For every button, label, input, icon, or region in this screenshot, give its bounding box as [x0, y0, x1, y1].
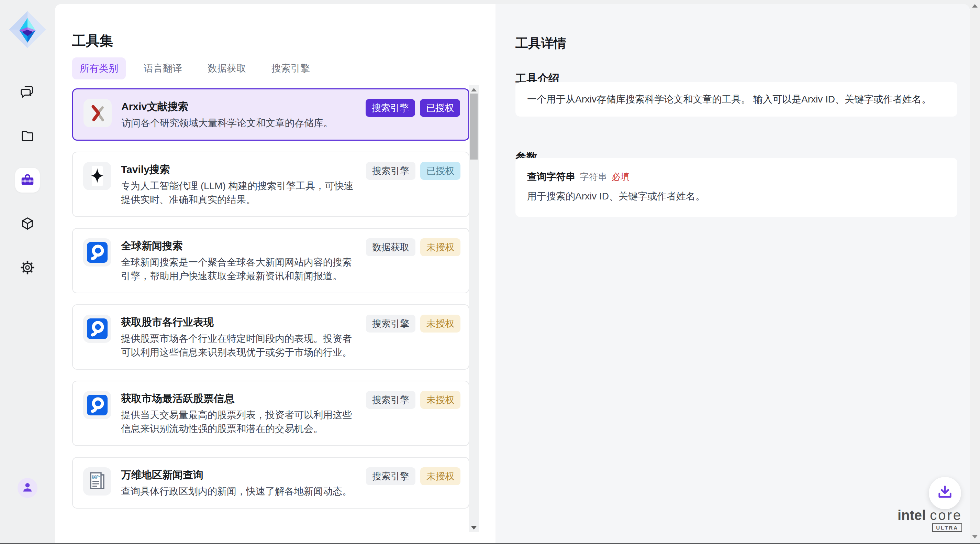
- category-badge: 搜索引擎: [366, 315, 415, 332]
- sidebar-item-tools[interactable]: [15, 168, 40, 193]
- tool-card-title: Tavily搜索: [121, 162, 360, 177]
- tool-card-title: 获取股市各行业表现: [121, 315, 360, 330]
- tool-card[interactable]: Tavily搜索专为人工智能代理 (LLM) 构建的搜索引擎工具，可快速提供实时…: [72, 152, 469, 217]
- details-title: 工具详情: [515, 35, 566, 52]
- scroll-up-arrow-icon[interactable]: [471, 88, 477, 91]
- svg-text:NEW: NEW: [92, 477, 98, 479]
- category-badge: 数据获取: [366, 238, 415, 256]
- scroll-down-arrow-icon[interactable]: [471, 526, 477, 530]
- sidebar-item-models[interactable]: [15, 212, 40, 236]
- tool-list-scrollbar[interactable]: [469, 85, 479, 532]
- tool-card-title: 获取市场最活跃股票信息: [121, 391, 360, 406]
- panel-toggle-button[interactable]: [19, 508, 35, 524]
- category-tabs: 所有类别语言翻译数据获取搜索引擎: [72, 57, 318, 80]
- category-badge: 搜索引擎: [366, 162, 415, 180]
- tavily-tool-icon: [83, 162, 111, 190]
- tool-card-description: 提供当天交易量最高的股票列表，投资者可以利用这些信息来识别流动性强的股票和潜在的…: [121, 408, 360, 436]
- page-scroll-down-arrow-icon[interactable]: [972, 535, 978, 539]
- category-badge: 搜索引擎: [366, 391, 415, 409]
- tool-card-description: 提供股票市场各个行业在特定时间段内的表现。投资者可以利用这些信息来识别表现优于或…: [121, 332, 360, 359]
- chat-icon: [19, 83, 35, 101]
- cube-icon: [19, 215, 35, 233]
- tool-list-title: 工具集: [72, 31, 113, 50]
- tool-details-panel: 工具详情 工具介绍 一个用于从Arxiv存储库搜索科学论文和文章的工具。 输入可…: [495, 4, 970, 544]
- tool-card-description: 查询具体行政区划内的新闻，快速了解各地新闻动态。: [121, 485, 352, 498]
- user-avatar[interactable]: [18, 478, 37, 498]
- category-badge: 搜索引擎: [366, 99, 415, 117]
- param-type: 字符串: [580, 171, 607, 183]
- arxiv-tool-icon: [83, 99, 112, 127]
- tool-card-title: Arxiv文献搜索: [121, 99, 333, 114]
- person-icon: [21, 480, 34, 496]
- auth-status-badge: 已授权: [420, 162, 460, 180]
- tool-card[interactable]: 获取市场最活跃股票信息提供当天交易量最高的股票列表，投资者可以利用这些信息来识别…: [72, 381, 469, 446]
- tool-card[interactable]: Arxiv文献搜索访问各个研究领域大量科学论文和文章的存储库。搜索引擎已授权: [72, 88, 469, 140]
- param-name: 查询字符串: [527, 170, 575, 183]
- tool-cards-viewport: Arxiv文献搜索访问各个研究领域大量科学论文和文章的存储库。搜索引擎已授权 T…: [55, 85, 488, 525]
- app-root: { "colors": { "accent_purple": "#5b2fd8"…: [0, 0, 980, 544]
- tool-card-description: 专为人工智能代理 (LLM) 构建的搜索引擎工具，可快速提供实时、准确和真实的结…: [121, 179, 360, 207]
- gear-icon: [19, 260, 35, 277]
- auth-status-badge: 未授权: [420, 467, 460, 485]
- sidebar-item-chat[interactable]: [15, 80, 40, 105]
- tab-数据获取[interactable]: 数据获取: [200, 57, 254, 80]
- tool-card-description: 全球新闻搜索是一个聚合全球各大新闻网站内容的搜索引擎，帮助用户快速获取全球最新资…: [121, 255, 360, 283]
- tool-card-title: 全球新闻搜索: [121, 238, 360, 254]
- news-tool-icon: LOCAL NEW: [83, 467, 111, 496]
- auth-status-badge: 未授权: [420, 238, 460, 256]
- tab-所有类别[interactable]: 所有类别: [72, 57, 126, 80]
- rail-nav: [15, 80, 40, 281]
- download-button[interactable]: [929, 477, 961, 509]
- auth-status-badge: 未授权: [420, 391, 460, 409]
- intro-card: 一个用于从Arxiv存储库搜索科学论文和文章的工具。 输入可以是Arxiv ID…: [515, 82, 957, 116]
- tool-card[interactable]: 全球新闻搜索全球新闻搜索是一个聚合全球各大新闻网站内容的搜索引擎，帮助用户快速获…: [72, 228, 469, 294]
- tool-card[interactable]: 获取股市各行业表现提供股票市场各个行业在特定时间段内的表现。投资者可以利用这些信…: [72, 304, 469, 370]
- ultra-badge: ULTRA: [932, 523, 962, 532]
- blueq-tool-icon: [83, 315, 111, 343]
- left-rail: [0, 0, 55, 544]
- tool-card-title: 万维地区新闻查询: [121, 467, 352, 482]
- param-header-row: 查询字符串 字符串 必填: [527, 170, 946, 183]
- core-logo-text: core: [930, 507, 962, 523]
- intel-core-badge: intelcore ULTRA: [897, 508, 962, 532]
- intel-logo-text: intel: [897, 507, 926, 523]
- tool-card-description: 访问各个研究领域大量科学论文和文章的存储库。: [121, 116, 333, 130]
- tool-list-panel: 工具集 所有类别语言翻译数据获取搜索引擎 Arxiv文献搜索访问各个研究领域大量…: [55, 4, 495, 544]
- tool-cards-list: Arxiv文献搜索访问各个研究领域大量科学论文和文章的存储库。搜索引擎已授权 T…: [72, 85, 469, 509]
- sidebar-item-settings[interactable]: [15, 256, 40, 281]
- tool-card[interactable]: LOCAL NEW 万维地区新闻查询查询具体行政区划内的新闻，快速了解各地新闻动…: [72, 457, 469, 509]
- sidebar-item-files[interactable]: [15, 124, 40, 148]
- tab-搜索引擎[interactable]: 搜索引擎: [264, 57, 318, 80]
- tab-语言翻译[interactable]: 语言翻译: [136, 57, 190, 80]
- blueq-tool-icon: [83, 391, 111, 419]
- download-icon: [936, 483, 954, 503]
- param-description: 用于搜索的Arxiv ID、关键字或作者姓名。: [527, 190, 946, 203]
- category-badge: 搜索引擎: [366, 467, 415, 485]
- param-card: 查询字符串 字符串 必填 用于搜索的Arxiv ID、关键字或作者姓名。: [515, 158, 957, 217]
- tool-list-scrollbar-thumb[interactable]: [470, 94, 477, 160]
- app-logo-icon: [8, 10, 47, 49]
- auth-status-badge: 未授权: [420, 315, 460, 332]
- folder-icon: [19, 128, 35, 145]
- page-scroll-up-arrow-icon[interactable]: [972, 4, 978, 8]
- toolbox-icon: [19, 172, 35, 189]
- svg-text:LOCAL: LOCAL: [92, 475, 100, 477]
- auth-status-badge: 已授权: [420, 99, 460, 117]
- main-window: 工具集 所有类别语言翻译数据获取搜索引擎 Arxiv文献搜索访问各个研究领域大量…: [55, 4, 970, 544]
- param-required-badge: 必填: [612, 171, 630, 183]
- intro-text: 一个用于从Arxiv存储库搜索科学论文和文章的工具。 输入可以是Arxiv ID…: [527, 94, 931, 105]
- page-scrollbar[interactable]: [970, 0, 980, 544]
- blueq-tool-icon: [83, 238, 111, 266]
